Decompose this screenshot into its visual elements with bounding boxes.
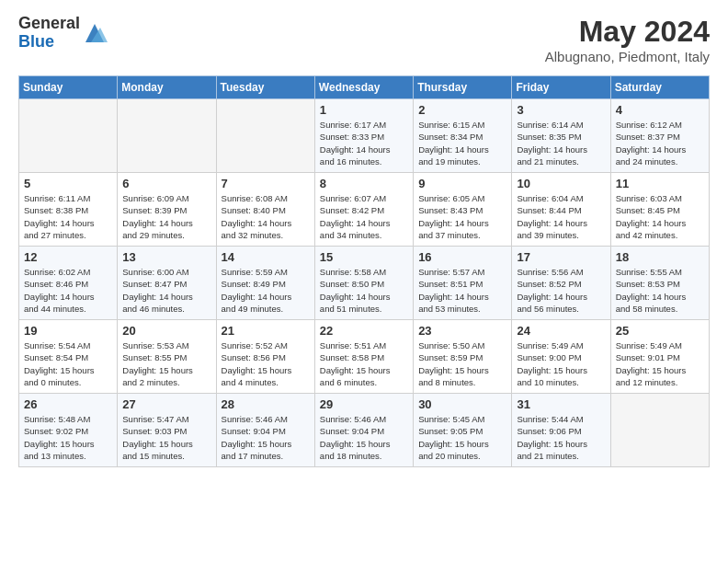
- weekday-header: Friday: [512, 76, 610, 99]
- day-info: Sunrise: 5:50 AM Sunset: 8:59 PM Dayligh…: [418, 339, 506, 388]
- day-number: 21: [222, 324, 310, 338]
- weekday-header: Wednesday: [314, 76, 413, 99]
- day-info: Sunrise: 6:07 AM Sunset: 8:42 PM Dayligh…: [320, 192, 408, 241]
- day-number: 9: [418, 177, 506, 190]
- logo-icon: [82, 20, 108, 46]
- calendar-cell: 13Sunrise: 6:00 AM Sunset: 8:47 PM Dayli…: [118, 247, 216, 320]
- day-number: 17: [517, 250, 605, 264]
- calendar-cell: 19Sunrise: 5:54 AM Sunset: 8:54 PM Dayli…: [19, 320, 118, 394]
- day-info: Sunrise: 6:09 AM Sunset: 8:39 PM Dayligh…: [122, 192, 210, 241]
- title-block: May 2024 Albugnano, Piedmont, Italy: [545, 15, 710, 64]
- day-info: Sunrise: 5:48 AM Sunset: 9:02 PM Dayligh…: [24, 413, 112, 462]
- calendar-cell: 3Sunrise: 6:14 AM Sunset: 8:35 PM Daylig…: [512, 99, 610, 173]
- calendar-cell: 24Sunrise: 5:49 AM Sunset: 9:00 PM Dayli…: [512, 320, 610, 394]
- weekday-header: Tuesday: [216, 76, 314, 99]
- calendar-body: 1Sunrise: 6:17 AM Sunset: 8:33 PM Daylig…: [19, 99, 710, 467]
- day-info: Sunrise: 6:17 AM Sunset: 8:33 PM Dayligh…: [320, 119, 408, 167]
- day-number: 18: [616, 250, 704, 264]
- day-number: 16: [418, 250, 506, 264]
- calendar-cell: 10Sunrise: 6:04 AM Sunset: 8:44 PM Dayli…: [512, 173, 610, 247]
- day-info: Sunrise: 5:56 AM Sunset: 8:52 PM Dayligh…: [517, 266, 605, 315]
- day-info: Sunrise: 5:49 AM Sunset: 9:00 PM Dayligh…: [517, 339, 605, 388]
- day-info: Sunrise: 6:08 AM Sunset: 8:40 PM Dayligh…: [222, 192, 310, 241]
- day-number: 7: [222, 177, 310, 190]
- day-info: Sunrise: 5:51 AM Sunset: 8:58 PM Dayligh…: [320, 339, 408, 388]
- day-info: Sunrise: 5:47 AM Sunset: 9:03 PM Dayligh…: [122, 413, 210, 462]
- calendar-cell: 11Sunrise: 6:03 AM Sunset: 8:45 PM Dayli…: [610, 173, 709, 247]
- calendar-cell: 15Sunrise: 5:58 AM Sunset: 8:50 PM Dayli…: [314, 247, 413, 320]
- calendar-cell: 26Sunrise: 5:48 AM Sunset: 9:02 PM Dayli…: [19, 394, 118, 467]
- calendar-cell: 2Sunrise: 6:15 AM Sunset: 8:34 PM Daylig…: [414, 99, 512, 173]
- day-number: 10: [517, 177, 605, 190]
- calendar-cell: 8Sunrise: 6:07 AM Sunset: 8:42 PM Daylig…: [314, 173, 413, 247]
- day-number: 20: [122, 324, 210, 338]
- calendar-cell: 1Sunrise: 6:17 AM Sunset: 8:33 PM Daylig…: [314, 99, 413, 173]
- calendar-cell: 25Sunrise: 5:49 AM Sunset: 9:01 PM Dayli…: [610, 320, 709, 394]
- day-info: Sunrise: 6:12 AM Sunset: 8:37 PM Dayligh…: [616, 119, 704, 167]
- logo-blue: Blue: [18, 32, 54, 51]
- weekday-header: Sunday: [19, 76, 118, 99]
- calendar-cell: 18Sunrise: 5:55 AM Sunset: 8:53 PM Dayli…: [610, 247, 709, 320]
- day-number: 31: [517, 397, 605, 411]
- weekday-header-row: SundayMondayTuesdayWednesdayThursdayFrid…: [19, 76, 710, 99]
- day-info: Sunrise: 6:03 AM Sunset: 8:45 PM Dayligh…: [616, 192, 704, 241]
- day-info: Sunrise: 6:00 AM Sunset: 8:47 PM Dayligh…: [122, 266, 210, 315]
- calendar-cell: [118, 99, 216, 173]
- day-info: Sunrise: 6:02 AM Sunset: 8:46 PM Dayligh…: [24, 266, 112, 315]
- day-number: 29: [320, 397, 408, 411]
- calendar-week-row: 26Sunrise: 5:48 AM Sunset: 9:02 PM Dayli…: [19, 394, 710, 467]
- calendar-week-row: 5Sunrise: 6:11 AM Sunset: 8:38 PM Daylig…: [19, 173, 710, 247]
- logo-text: General Blue: [18, 15, 80, 52]
- day-number: 25: [616, 324, 704, 338]
- day-number: 12: [24, 250, 112, 264]
- logo-general: General: [18, 14, 80, 32]
- month-title: May 2024: [545, 15, 710, 49]
- day-info: Sunrise: 5:55 AM Sunset: 8:53 PM Dayligh…: [616, 266, 704, 315]
- day-number: 19: [24, 324, 112, 338]
- day-number: 28: [222, 397, 310, 411]
- day-number: 30: [418, 397, 506, 411]
- header: General Blue May 2024 Albugnano, Piedmon…: [18, 15, 710, 64]
- calendar-cell: [19, 99, 118, 173]
- calendar-week-row: 1Sunrise: 6:17 AM Sunset: 8:33 PM Daylig…: [19, 99, 710, 173]
- day-info: Sunrise: 5:46 AM Sunset: 9:04 PM Dayligh…: [320, 413, 408, 462]
- day-number: 11: [616, 177, 704, 190]
- day-number: 14: [222, 250, 310, 264]
- weekday-header: Monday: [118, 76, 216, 99]
- logo: General Blue: [18, 15, 108, 52]
- weekday-header: Thursday: [414, 76, 512, 99]
- calendar-cell: 20Sunrise: 5:53 AM Sunset: 8:55 PM Dayli…: [118, 320, 216, 394]
- calendar-cell: 17Sunrise: 5:56 AM Sunset: 8:52 PM Dayli…: [512, 247, 610, 320]
- day-info: Sunrise: 5:58 AM Sunset: 8:50 PM Dayligh…: [320, 266, 408, 315]
- calendar-cell: 30Sunrise: 5:45 AM Sunset: 9:05 PM Dayli…: [414, 394, 512, 467]
- day-info: Sunrise: 5:44 AM Sunset: 9:06 PM Dayligh…: [517, 413, 605, 462]
- day-info: Sunrise: 6:14 AM Sunset: 8:35 PM Dayligh…: [517, 119, 605, 167]
- day-info: Sunrise: 5:46 AM Sunset: 9:04 PM Dayligh…: [222, 413, 310, 462]
- day-number: 4: [616, 103, 704, 117]
- day-info: Sunrise: 5:53 AM Sunset: 8:55 PM Dayligh…: [122, 339, 210, 388]
- calendar-cell: 27Sunrise: 5:47 AM Sunset: 9:03 PM Dayli…: [118, 394, 216, 467]
- day-info: Sunrise: 5:57 AM Sunset: 8:51 PM Dayligh…: [418, 266, 506, 315]
- calendar-cell: 9Sunrise: 6:05 AM Sunset: 8:43 PM Daylig…: [414, 173, 512, 247]
- calendar-cell: 5Sunrise: 6:11 AM Sunset: 8:38 PM Daylig…: [19, 173, 118, 247]
- calendar-cell: 4Sunrise: 6:12 AM Sunset: 8:37 PM Daylig…: [610, 99, 709, 173]
- day-number: 24: [517, 324, 605, 338]
- location: Albugnano, Piedmont, Italy: [545, 49, 710, 64]
- calendar-cell: 28Sunrise: 5:46 AM Sunset: 9:04 PM Dayli…: [216, 394, 314, 467]
- calendar-table: SundayMondayTuesdayWednesdayThursdayFrid…: [18, 75, 710, 467]
- day-number: 22: [320, 324, 408, 338]
- day-info: Sunrise: 5:49 AM Sunset: 9:01 PM Dayligh…: [616, 339, 704, 388]
- day-number: 5: [24, 177, 112, 190]
- day-number: 6: [122, 177, 210, 190]
- day-number: 1: [320, 103, 408, 117]
- calendar-cell: 23Sunrise: 5:50 AM Sunset: 8:59 PM Dayli…: [414, 320, 512, 394]
- calendar-cell: [216, 99, 314, 173]
- calendar-cell: 22Sunrise: 5:51 AM Sunset: 8:58 PM Dayli…: [314, 320, 413, 394]
- calendar-week-row: 12Sunrise: 6:02 AM Sunset: 8:46 PM Dayli…: [19, 247, 710, 320]
- day-number: 13: [122, 250, 210, 264]
- day-info: Sunrise: 5:52 AM Sunset: 8:56 PM Dayligh…: [222, 339, 310, 388]
- day-number: 2: [418, 103, 506, 117]
- day-info: Sunrise: 5:45 AM Sunset: 9:05 PM Dayligh…: [418, 413, 506, 462]
- calendar-cell: 7Sunrise: 6:08 AM Sunset: 8:40 PM Daylig…: [216, 173, 314, 247]
- calendar-cell: 12Sunrise: 6:02 AM Sunset: 8:46 PM Dayli…: [19, 247, 118, 320]
